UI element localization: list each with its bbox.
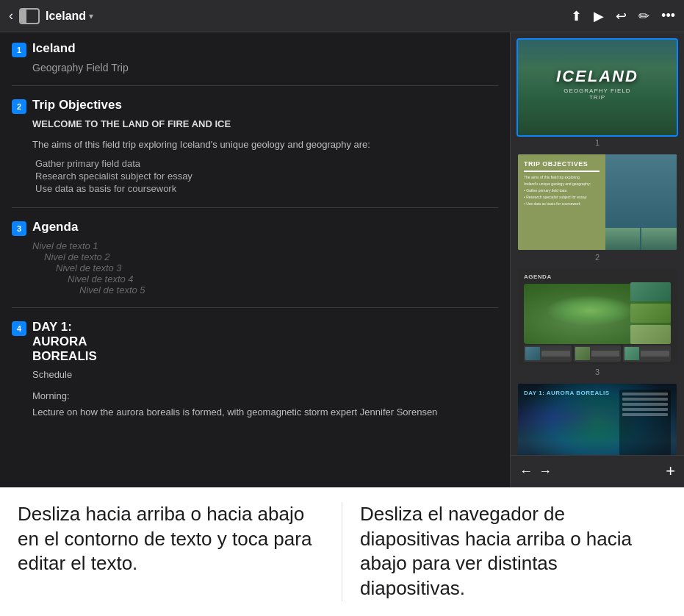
add-slide-button[interactable]: + bbox=[666, 463, 675, 479]
outline-panel: 1 Iceland Geography Field Trip 2 Trip Ob… bbox=[0, 32, 511, 487]
preview-3-card-text-3 bbox=[641, 351, 669, 357]
slide-outline-1[interactable]: 1 Iceland Geography Field Trip bbox=[12, 41, 498, 86]
preview-4: DAY 1: AURORA BOREALIS bbox=[518, 384, 677, 455]
preview-3: AGENDA bbox=[518, 269, 677, 365]
nav-bottom-left: ← → bbox=[519, 464, 552, 479]
slide-header-left-4: 4 DAY 1: AURORA BOREALIS bbox=[12, 320, 97, 364]
preview-3-card-img-2 bbox=[575, 347, 590, 360]
slide-content-2: WELCOME TO THE LAND OF FIRE AND ICE The … bbox=[32, 118, 498, 194]
slide-content-para-2: The aims of this field trip exploring Ic… bbox=[32, 138, 498, 151]
chevron-down-icon: ▾ bbox=[89, 11, 93, 21]
preview-4-line-3 bbox=[622, 403, 668, 406]
slide-content-4: Schedule Morning: Lecture on how the aur… bbox=[32, 368, 498, 419]
slide-header-4: 4 DAY 1: AURORA BOREALIS bbox=[12, 320, 498, 364]
top-bar-left: ‹ Iceland ▾ bbox=[9, 8, 93, 24]
slide-header-left-2: 2 Trip Objectives bbox=[12, 98, 122, 114]
nav-bottom-right: + bbox=[666, 463, 675, 479]
slide-subtitle-1: Geography Field Trip bbox=[32, 62, 498, 74]
preview-3-card-b3 bbox=[623, 345, 671, 362]
preview-3-card-b1 bbox=[524, 345, 572, 362]
preview-3-card-text-2 bbox=[591, 351, 620, 357]
slide-placeholder-3-0: Nivel de texto 1 bbox=[32, 240, 498, 251]
slide-number-1: 1 bbox=[12, 43, 26, 57]
next-slide-button[interactable]: → bbox=[539, 464, 552, 479]
slide-title-2: Trip Objectives bbox=[32, 98, 122, 112]
slide-bullet-2-1: Research specialist subject for essay bbox=[32, 171, 498, 182]
nav-thumb-2: TRIP OBJECTIVES The aims of this field t… bbox=[516, 153, 678, 251]
preview-3-card-img-1 bbox=[525, 347, 540, 360]
preview-2-right bbox=[605, 154, 677, 250]
preview-2: TRIP OBJECTIVES The aims of this field t… bbox=[518, 154, 677, 250]
back-button[interactable]: ‹ bbox=[9, 8, 13, 24]
slide-morning-label: Morning: bbox=[32, 390, 498, 403]
preview-3-card-r2 bbox=[630, 304, 671, 323]
sidebar-icon-right bbox=[26, 10, 38, 23]
tooltip-area: Desliza hacia arriba o hacia abajo en el… bbox=[0, 487, 684, 616]
slide-placeholder-3-4: Nivel de texto 5 bbox=[79, 284, 498, 296]
nav-number-1: 1 bbox=[516, 138, 678, 147]
preview-2-bottom bbox=[605, 228, 677, 250]
preview-4-right bbox=[619, 390, 671, 455]
preview-2-left: TRIP OBJECTIVES The aims of this field t… bbox=[518, 154, 605, 250]
preview-3-card-r3 bbox=[630, 325, 671, 344]
preview-2-text-5: • Use data as basis for coursework bbox=[524, 201, 600, 207]
nav-slide-1[interactable]: ICELAND GEOGRAPHY FIELD TRIP 1 bbox=[516, 38, 678, 147]
main-content: 1 Iceland Geography Field Trip 2 Trip Ob… bbox=[0, 32, 684, 487]
slide-placeholder-3-2: Nivel de texto 3 bbox=[56, 262, 498, 273]
more-icon[interactable]: ••• bbox=[661, 8, 675, 24]
preview-2-title: TRIP OBJECTIVES bbox=[524, 160, 600, 168]
nav-slide-4[interactable]: DAY 1: AURORA BOREALIS 4 bbox=[516, 382, 678, 455]
sidebar-icon-left bbox=[21, 10, 26, 23]
top-bar: ‹ Iceland ▾ ⬆ ▶ ↩ ✏ ••• bbox=[0, 0, 684, 32]
preview-3-card-b2 bbox=[574, 345, 622, 362]
nav-number-3: 3 bbox=[516, 368, 678, 376]
preview-4-line-1 bbox=[622, 393, 668, 395]
navigator-bottom-bar: ← → + bbox=[511, 455, 684, 487]
slide-title-1: Iceland bbox=[32, 41, 76, 56]
slide-header-1: 1 Iceland bbox=[12, 41, 498, 57]
slide-title-3: Agenda bbox=[32, 220, 78, 234]
slide-placeholder-3-3: Nivel de texto 4 bbox=[68, 273, 498, 284]
share-icon[interactable]: ⬆ bbox=[571, 8, 582, 24]
slide-title-4: DAY 1: AURORA BOREALIS bbox=[32, 320, 97, 364]
slide-outline-4[interactable]: 4 DAY 1: AURORA BOREALIS Schedule Mornin… bbox=[12, 320, 498, 433]
preview-4-line-4 bbox=[622, 408, 668, 411]
tooltip-right: Desliza el navegador de diapositivas hac… bbox=[342, 502, 666, 601]
slide-header-left-3: 3 Agenda bbox=[12, 220, 78, 236]
history-icon[interactable]: ↩ bbox=[616, 8, 627, 24]
slide-schedule-label: Schedule bbox=[32, 368, 498, 382]
preview-1-title: ICELAND bbox=[556, 67, 638, 86]
preview-3-right bbox=[630, 282, 671, 344]
slide-morning-text: Lecture on how the aurora borealis is fo… bbox=[32, 406, 498, 419]
slide-header-2: 2 Trip Objectives bbox=[12, 98, 498, 114]
nav-thumb-3: AGENDA bbox=[516, 268, 678, 366]
sidebar-toggle[interactable] bbox=[19, 8, 40, 24]
play-icon[interactable]: ▶ bbox=[594, 8, 604, 24]
slide-header-left-1: 1 Iceland bbox=[12, 41, 76, 57]
prev-slide-button[interactable]: ← bbox=[519, 464, 533, 479]
slide-nav-list: ICELAND GEOGRAPHY FIELD TRIP 1 TRIP OBJE… bbox=[511, 32, 684, 455]
nav-slide-3[interactable]: AGENDA bbox=[516, 268, 678, 376]
preview-3-card-text-1 bbox=[541, 351, 570, 357]
slide-content-bold-2: WELCOME TO THE LAND OF FIRE AND ICE bbox=[32, 118, 498, 129]
slide-number-3: 3 bbox=[12, 221, 26, 236]
slide-outline-3[interactable]: 3 Agenda Nivel de texto 1 Nivel de texto… bbox=[12, 220, 498, 308]
nav-slide-2[interactable]: TRIP OBJECTIVES The aims of this field t… bbox=[516, 153, 678, 262]
preview-1-text: ICELAND GEOGRAPHY FIELD TRIP bbox=[556, 67, 638, 101]
nav-thumb-4: DAY 1: AURORA BOREALIS bbox=[516, 382, 678, 455]
tooltip-left-text: Desliza hacia arriba o hacia abajo en el… bbox=[18, 502, 324, 576]
preview-3-card-img-3 bbox=[624, 347, 639, 360]
preview-2-img-1 bbox=[605, 228, 641, 250]
slide-number-4: 4 bbox=[12, 321, 26, 336]
pen-icon[interactable]: ✏ bbox=[638, 8, 649, 24]
preview-1-subtitle: GEOGRAPHY FIELD TRIP bbox=[556, 87, 638, 101]
slide-outline-2[interactable]: 2 Trip Objectives WELCOME TO THE LAND OF… bbox=[12, 98, 498, 208]
slide-bullet-2-2: Use data as basis for coursework bbox=[32, 183, 498, 194]
tooltip-right-text: Desliza el navegador de diapositivas hac… bbox=[360, 502, 666, 601]
slide-bullet-2-0: Gather primary field data bbox=[32, 158, 498, 169]
document-title-pill[interactable]: Iceland ▾ bbox=[46, 10, 93, 23]
slide-content-3: Nivel de texto 1 Nivel de texto 2 Nivel … bbox=[32, 240, 498, 296]
preview-2-img-2 bbox=[641, 228, 677, 250]
preview-3-title: AGENDA bbox=[524, 273, 552, 280]
preview-2-text-1: The aims of this field trip exploring bbox=[524, 175, 600, 180]
